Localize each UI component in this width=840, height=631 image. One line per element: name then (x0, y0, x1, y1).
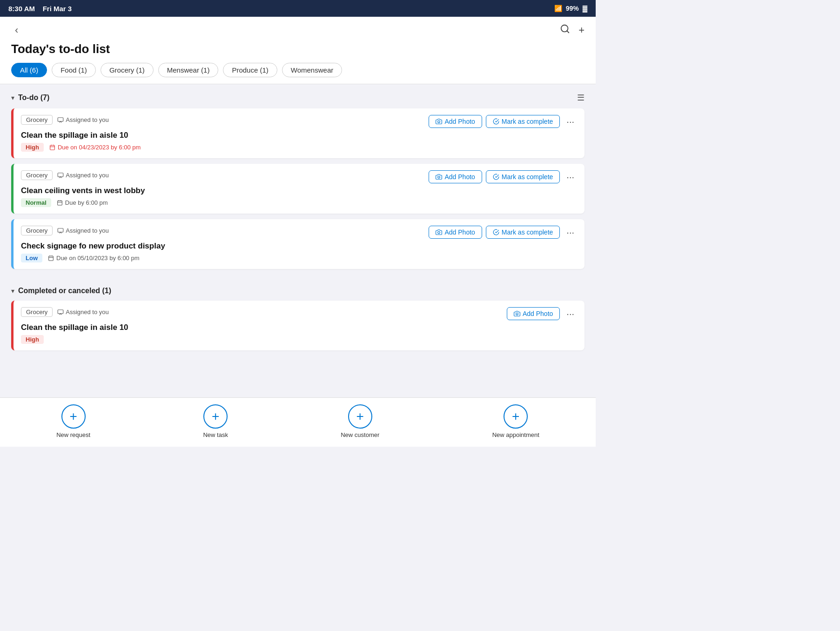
calendar-icon (57, 200, 63, 206)
filter-tab-menswear[interactable]: Menswear (1) (158, 63, 219, 77)
section-header-todo: ▾To-do (7)☰ (11, 93, 585, 103)
assigned-icon (57, 172, 64, 179)
task-assigned: Assigned to you (57, 172, 109, 179)
task-tag: Grocery (21, 170, 53, 180)
svg-point-15 (438, 231, 440, 234)
task-card-task3: GroceryAssigned to youAdd PhotoMark as c… (11, 219, 585, 269)
nav-item-new-task[interactable]: +New task (203, 404, 228, 438)
section-todo: ▾To-do (7)☰GroceryAssigned to youAdd Pho… (0, 84, 596, 269)
section-header-completed: ▾Completed or canceled (1) (11, 287, 585, 295)
header: ‹ + Today's to-do list All (6)Food (1)Gr… (0, 17, 596, 84)
due-date: Due by 6:00 pm (57, 199, 108, 206)
nav-item-circle-new-task: + (203, 404, 228, 429)
nav-item-new-request[interactable]: +New request (56, 404, 90, 438)
wifi-icon: 📶 (554, 5, 562, 12)
nav-item-new-customer[interactable]: +New customer (341, 404, 379, 438)
task-tag: Grocery (21, 115, 53, 125)
section-title-completed: Completed or canceled (1) (18, 287, 111, 295)
section-title-todo: To-do (7) (18, 94, 49, 102)
nav-item-label-new-request: New request (56, 431, 90, 438)
more-options-button[interactable]: ··· (564, 115, 577, 128)
add-photo-button[interactable]: Add Photo (429, 226, 482, 239)
status-bar: 8:30 AM Fri Mar 3 📶 99% ▓ (0, 0, 596, 17)
more-options-button[interactable]: ··· (564, 171, 577, 183)
svg-rect-16 (49, 256, 54, 261)
filter-tab-food[interactable]: Food (1) (52, 63, 96, 77)
nav-item-circle-new-appointment: + (504, 404, 528, 429)
more-options-button[interactable]: ··· (564, 226, 577, 239)
add-photo-button[interactable]: Add Photo (429, 115, 482, 128)
task-assigned: Assigned to you (57, 227, 109, 234)
back-button[interactable]: ‹ (11, 22, 22, 38)
search-icon (560, 24, 570, 34)
task-card-task2: GroceryAssigned to youAdd PhotoMark as c… (11, 164, 585, 214)
due-date: Due on 05/10/2023 by 6:00 pm (48, 255, 140, 262)
add-photo-button[interactable]: Add Photo (507, 307, 560, 320)
task-title: Clean ceiling vents in west lobby (21, 186, 577, 195)
header-top-row: ‹ + (11, 22, 585, 38)
priority-badge: High (21, 335, 44, 344)
assigned-icon (57, 228, 64, 234)
svg-point-21 (516, 313, 518, 315)
nav-item-new-appointment[interactable]: +New appointment (492, 404, 539, 438)
svg-rect-8 (58, 173, 63, 176)
search-button[interactable] (560, 24, 570, 37)
camera-icon (514, 310, 520, 317)
priority-badge: Normal (21, 198, 51, 207)
chevron-down-icon[interactable]: ▾ (11, 94, 14, 101)
camera-icon (436, 229, 442, 235)
task-card-task1: GroceryAssigned to youAdd PhotoMark as c… (11, 108, 585, 158)
mark-complete-button[interactable]: Mark as complete (486, 115, 560, 128)
more-options-button[interactable]: ··· (564, 308, 577, 320)
page-title: Today's to-do list (11, 42, 585, 56)
task-tag: Grocery (21, 307, 53, 317)
section-completed: ▾Completed or canceled (1)GroceryAssigne… (0, 278, 596, 350)
check-circle-icon (493, 229, 499, 235)
task-title: Clean the spillage in aisle 10 (21, 323, 577, 332)
add-photo-button[interactable]: Add Photo (429, 170, 482, 183)
calendar-icon (49, 144, 55, 150)
nav-item-circle-new-request: + (61, 404, 86, 429)
battery-percent: 99% (566, 5, 579, 12)
filter-icon[interactable]: ☰ (577, 93, 585, 103)
filter-tab-produce[interactable]: Produce (1) (223, 63, 277, 77)
assigned-icon (57, 117, 64, 123)
battery-icon: ▓ (583, 5, 587, 12)
svg-line-1 (567, 31, 569, 33)
svg-point-3 (438, 121, 440, 123)
filter-tab-row: All (6)Food (1)Grocery (1)Menswear (1)Pr… (11, 63, 585, 84)
task-title: Check signage fo new product display (21, 242, 577, 251)
chevron-down-icon[interactable]: ▾ (11, 287, 14, 295)
svg-rect-10 (57, 201, 62, 205)
status-icons: 📶 99% ▓ (554, 5, 587, 12)
task-assigned: Assigned to you (57, 309, 109, 316)
task-assigned: Assigned to you (57, 116, 109, 123)
filter-tab-grocery[interactable]: Grocery (1) (101, 63, 154, 77)
mark-complete-button[interactable]: Mark as complete (486, 226, 560, 239)
due-date: Due on 04/23/2023 by 6:00 pm (49, 144, 141, 151)
check-circle-icon (493, 118, 499, 125)
mark-complete-button[interactable]: Mark as complete (486, 170, 560, 183)
svg-rect-14 (58, 228, 63, 232)
status-time-date: 8:30 AM Fri Mar 3 (8, 5, 72, 13)
camera-icon (436, 118, 442, 125)
add-button[interactable]: + (578, 24, 585, 36)
filter-tab-womenswear[interactable]: Womenswear (282, 63, 342, 77)
filter-tab-all[interactable]: All (6) (11, 63, 47, 77)
header-icon-group: + (560, 24, 585, 37)
nav-item-label-new-task: New task (203, 431, 228, 438)
svg-rect-20 (58, 309, 63, 313)
svg-point-9 (438, 176, 440, 178)
task-card-task4: GroceryAssigned to youAdd Photo···Clean … (11, 301, 585, 350)
status-time: 8:30 AM (8, 5, 35, 13)
main-content: ▾To-do (7)☰GroceryAssigned to youAdd Pho… (0, 84, 596, 397)
calendar-icon (48, 255, 54, 261)
status-date: Fri Mar 3 (43, 5, 72, 13)
priority-badge: Low (21, 254, 42, 262)
nav-item-circle-new-customer: + (348, 404, 372, 429)
svg-rect-2 (58, 117, 63, 121)
priority-badge: High (21, 143, 44, 152)
assigned-icon (57, 309, 64, 316)
camera-icon (436, 174, 442, 180)
task-tag: Grocery (21, 226, 53, 235)
